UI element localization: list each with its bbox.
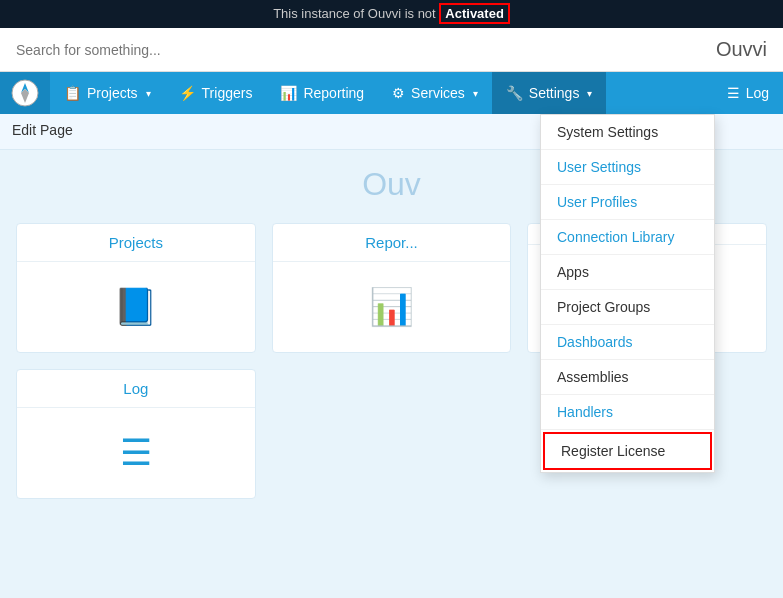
nav-label-settings: Settings — [529, 85, 580, 101]
dropdown-item-assemblies[interactable]: Assemblies — [541, 360, 714, 395]
projects-icon: 📋 — [64, 85, 81, 101]
settings-caret: ▾ — [587, 88, 592, 99]
dropdown-item-user-settings[interactable]: User Settings — [541, 150, 714, 185]
services-icon: ⚙ — [392, 85, 405, 101]
activated-link[interactable]: Activated — [439, 3, 510, 24]
logo[interactable] — [0, 72, 50, 114]
dropdown-item-connection-library[interactable]: Connection Library — [541, 220, 714, 255]
dropdown-item-handlers[interactable]: Handlers — [541, 395, 714, 430]
dropdown-item-project-groups[interactable]: Project Groups — [541, 290, 714, 325]
search-bar: Ouvvi — [0, 28, 783, 72]
brand-name: Ouvvi — [716, 38, 767, 61]
notification-text: This instance of Ouvvi is not — [273, 6, 439, 21]
settings-dropdown: System Settings User Settings User Profi… — [540, 114, 715, 473]
nav-label-services: Services — [411, 85, 465, 101]
card-reporting-body: 📊 — [273, 262, 511, 352]
search-input[interactable] — [16, 42, 266, 58]
card-reporting-header: Repor... — [273, 224, 511, 262]
card-reporting-icon: 📊 — [369, 286, 414, 328]
nav-item-projects[interactable]: 📋 Projects ▾ — [50, 72, 165, 114]
dropdown-item-apps[interactable]: Apps — [541, 255, 714, 290]
nav-item-services[interactable]: ⚙ Services ▾ — [378, 72, 492, 114]
nav-label-projects: Projects — [87, 85, 138, 101]
services-caret: ▾ — [473, 88, 478, 99]
navbar: 📋 Projects ▾ ⚡ Triggers 📊 Reporting ⚙ Se… — [0, 72, 783, 114]
reporting-icon: 📊 — [280, 85, 297, 101]
card-log-header: Log — [17, 370, 255, 408]
card-projects[interactable]: Projects 📘 — [16, 223, 256, 353]
dropdown-item-dashboards[interactable]: Dashboards — [541, 325, 714, 360]
log-icon: ☰ — [727, 85, 740, 101]
nav-item-settings[interactable]: 🔧 Settings ▾ — [492, 72, 607, 114]
triggers-icon: ⚡ — [179, 85, 196, 101]
card-log-body: ☰ — [17, 408, 255, 498]
nav-label-reporting: Reporting — [303, 85, 364, 101]
dropdown-item-user-profiles[interactable]: User Profiles — [541, 185, 714, 220]
nav-item-reporting[interactable]: 📊 Reporting — [266, 72, 378, 114]
settings-icon: 🔧 — [506, 85, 523, 101]
card-reporting[interactable]: Repor... 📊 — [272, 223, 512, 353]
card-projects-icon: 📘 — [113, 286, 158, 328]
nav-label-triggers: Triggers — [202, 85, 253, 101]
nav-label-log: Log — [746, 85, 769, 101]
nav-item-triggers[interactable]: ⚡ Triggers — [165, 72, 267, 114]
dropdown-item-system-settings[interactable]: System Settings — [541, 115, 714, 150]
nav-item-log[interactable]: ☰ Log — [713, 72, 783, 114]
projects-caret: ▾ — [146, 88, 151, 99]
edit-page-label: Edit Page — [12, 122, 73, 138]
card-projects-body: 📘 — [17, 262, 255, 352]
card-log-icon: ☰ — [120, 432, 152, 474]
card-projects-header: Projects — [17, 224, 255, 262]
notification-bar: This instance of Ouvvi is not Activated — [0, 0, 783, 28]
dropdown-item-register-license[interactable]: Register License — [543, 432, 712, 470]
card-log[interactable]: Log ☰ — [16, 369, 256, 499]
